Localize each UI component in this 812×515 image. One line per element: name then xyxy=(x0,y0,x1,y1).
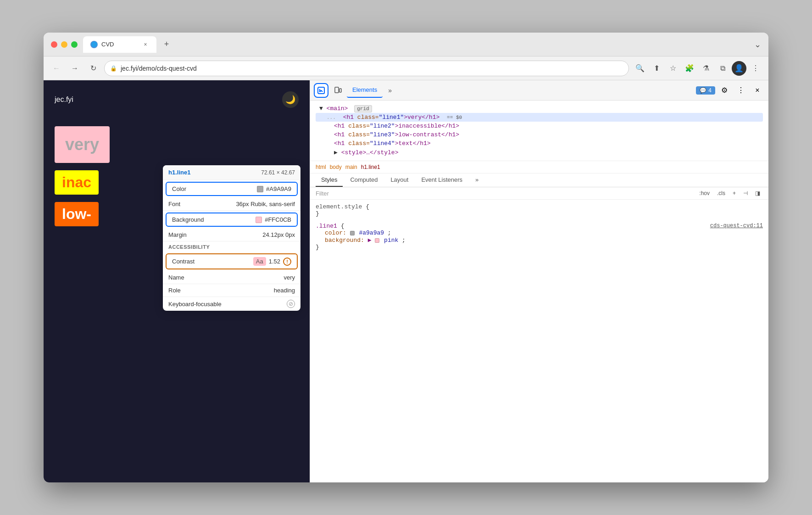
webpage-header: jec.fyi 🌙 xyxy=(55,91,299,108)
forward-button[interactable]: → xyxy=(67,61,82,76)
nav-actions: 🔍 ⬆ ☆ 🧩 ⚗ ⧉ 👤 ⋮ xyxy=(633,61,763,76)
not-focusable-icon: ⊘ xyxy=(287,300,295,308)
tree-row-style[interactable]: ▶ <style>…</style> xyxy=(316,148,763,157)
devtools-menu-button[interactable]: ⋮ xyxy=(734,83,748,98)
name-value: very xyxy=(284,274,295,281)
popup-color-inner: Color #A9A9A9 xyxy=(167,183,297,195)
contrast-sample-badge: Aa xyxy=(253,257,266,266)
add-style-button[interactable]: + xyxy=(730,189,739,197)
tab-more[interactable]: » xyxy=(470,174,484,187)
tab-event-listeners[interactable]: Event Listeners xyxy=(416,174,468,187)
tree-row-main[interactable]: ▼ <main> grid xyxy=(316,104,763,113)
background-label: Background xyxy=(172,216,204,223)
badge-count: 4 xyxy=(708,87,712,94)
minimize-window-button[interactable] xyxy=(61,41,67,48)
popup-font-row: Font 36px Rubik, sans-serif xyxy=(163,198,300,211)
popup-bg-inner: Background #FFC0CB xyxy=(167,213,297,226)
tab-overflow-button[interactable]: ⌄ xyxy=(754,39,761,50)
line1-selector-row: .line1 { cds-quest-cvd:11 xyxy=(316,223,763,230)
breadcrumb-h1-line1[interactable]: h1.line1 xyxy=(361,164,380,170)
cls-button[interactable]: .cls xyxy=(714,189,728,197)
issues-badge[interactable]: 💬 4 xyxy=(696,86,715,95)
popup-keyboard-row: Keyboard-focusable ⊘ xyxy=(163,297,300,311)
keyboard-label: Keyboard-focusable xyxy=(168,301,222,308)
refresh-button[interactable]: ↻ xyxy=(86,61,100,76)
menu-icon[interactable]: ⋮ xyxy=(748,61,763,76)
devtools-right-actions: 💬 4 ⚙ ⋮ × xyxy=(696,83,765,98)
back-button[interactable]: ← xyxy=(49,61,64,76)
popup-margin-row: Margin 24.12px 0px xyxy=(163,229,300,241)
color-prop-swatch xyxy=(350,231,355,235)
tree-row-h1-line4[interactable]: <h1 class="line4">text</h1> xyxy=(316,139,763,148)
name-label: Name xyxy=(168,274,184,281)
breadcrumb-main[interactable]: main xyxy=(345,164,357,170)
devtools-toolbar: Elements » 💬 4 ⚙ ⋮ × xyxy=(310,80,768,101)
toggle-panel-button[interactable]: ◨ xyxy=(752,189,763,197)
bookmark-icon[interactable]: ☆ xyxy=(666,61,680,76)
tab-layout[interactable]: Layout xyxy=(385,174,414,187)
tab-elements[interactable]: Elements xyxy=(347,83,383,98)
popup-header: h1.line1 72.61 × 42.67 xyxy=(163,165,300,180)
popup-contrast-inner: Contrast Aa 1.52 ! xyxy=(167,254,297,269)
css-source-link[interactable]: cds-quest-cvd:11 xyxy=(710,223,763,229)
breadcrumb-html[interactable]: html xyxy=(316,164,326,170)
popup-name-row: Name very xyxy=(163,271,300,284)
new-tab-button[interactable]: + xyxy=(160,38,173,51)
contrast-warning-icon: ! xyxy=(283,258,291,266)
breadcrumb-body[interactable]: body xyxy=(330,164,342,170)
popup-element-size: 72.61 × 42.67 xyxy=(261,169,295,176)
search-icon[interactable]: 🔍 xyxy=(633,61,647,76)
color-label: Color xyxy=(172,185,186,192)
devtools-more-tabs[interactable]: » xyxy=(384,87,395,94)
split-view-icon[interactable]: ⧉ xyxy=(715,61,730,76)
tab-area: 🌐 CVD × + ⌄ xyxy=(83,36,761,53)
tab-close-button[interactable]: × xyxy=(142,41,149,48)
account-icon[interactable]: 👤 xyxy=(732,61,746,76)
element-style-rule: element.style { } xyxy=(316,203,763,217)
hov-button[interactable]: :hov xyxy=(696,189,712,197)
line1-rule-close: } xyxy=(316,244,763,251)
traffic-lights xyxy=(51,41,78,48)
contrast-label: Contrast xyxy=(172,258,195,265)
popup-contrast-row: Contrast Aa 1.52 ! xyxy=(166,253,298,269)
url-text: jec.fyi/demo/cds-quest-cvd xyxy=(121,65,197,72)
element-style-close: } xyxy=(316,210,763,217)
dollar-zero: == $0 xyxy=(447,115,462,120)
devtools-close-button[interactable]: × xyxy=(750,83,765,98)
share-icon[interactable]: ⬆ xyxy=(649,61,664,76)
tree-row-h1-line1[interactable]: ... <h1 class="line1">very</h1> == $0 xyxy=(316,113,763,122)
bg-prop-swatch xyxy=(375,238,379,243)
toggle-style-button[interactable]: ⊣ xyxy=(740,189,751,197)
active-tab[interactable]: 🌐 CVD × xyxy=(83,36,156,53)
settings-button[interactable]: ⚙ xyxy=(717,83,732,98)
svg-rect-1 xyxy=(335,87,339,93)
bg-color-swatch xyxy=(256,217,262,223)
address-bar[interactable]: 🔒 jec.fyi/demo/cds-quest-cvd xyxy=(104,61,629,76)
svg-rect-2 xyxy=(339,89,341,92)
badge-icon: 💬 xyxy=(700,87,706,94)
line1-rule: .line1 { cds-quest-cvd:11 color: #a9a9a9… xyxy=(316,223,763,251)
text-block-very: very xyxy=(55,126,110,163)
labs-icon[interactable]: ⚗ xyxy=(699,61,713,76)
device-toolbar-button[interactable] xyxy=(330,83,345,98)
inspect-element-button[interactable] xyxy=(314,83,328,98)
popup-element-title: h1.line1 xyxy=(168,169,190,176)
extensions-icon[interactable]: 🧩 xyxy=(682,61,697,76)
filter-input[interactable]: Filter xyxy=(316,190,693,197)
dark-mode-button[interactable]: 🌙 xyxy=(282,91,299,108)
maximize-window-button[interactable] xyxy=(71,41,78,48)
site-name: jec.fyi xyxy=(55,95,73,104)
css-rules: element.style { } .line1 { cds-quest-cvd… xyxy=(310,200,768,482)
tab-computed[interactable]: Computed xyxy=(345,174,383,187)
margin-label: Margin xyxy=(168,231,187,238)
tree-row-h1-line3[interactable]: <h1 class="line3">low-contrast</h1> xyxy=(316,130,763,139)
tab-styles[interactable]: Styles xyxy=(316,174,343,187)
popup-color-row: Color #A9A9A9 xyxy=(166,182,298,196)
accessibility-header: ACCESSIBILITY xyxy=(163,241,300,252)
tree-row-h1-line2[interactable]: <h1 class="line2">inaccessible</h1> xyxy=(316,122,763,130)
close-window-button[interactable] xyxy=(51,41,57,48)
color-swatch xyxy=(257,186,263,192)
role-label: Role xyxy=(168,287,181,294)
line1-color-prop: color: #a9a9a9 ; xyxy=(316,230,763,236)
role-value: heading xyxy=(274,287,295,294)
